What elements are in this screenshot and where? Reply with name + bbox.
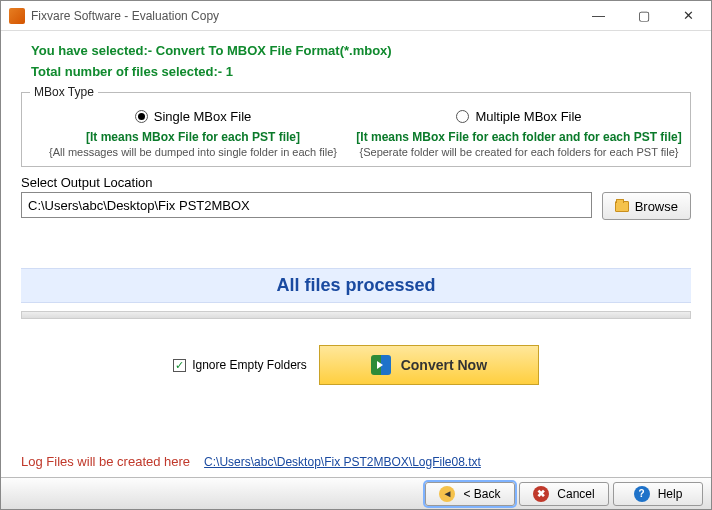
cancel-icon: ✖ <box>533 486 549 502</box>
app-icon <box>9 8 25 24</box>
checkbox-icon <box>173 359 186 372</box>
back-label: < Back <box>463 487 500 501</box>
radio-single-label: Single MBox File <box>154 109 252 124</box>
mbox-legend: MBox Type <box>30 85 98 99</box>
single-desc-bold: [It means MBox File for each PST file] <box>30 130 356 144</box>
convert-label: Convert Now <box>401 357 487 373</box>
browse-label: Browse <box>635 199 678 214</box>
radio-multiple-label: Multiple MBox File <box>475 109 581 124</box>
convert-now-button[interactable]: Convert Now <box>319 345 539 385</box>
footer-bar: ◄ < Back ✖ Cancel ? Help <box>1 477 711 509</box>
output-location-label: Select Output Location <box>21 175 691 190</box>
close-button[interactable]: ✕ <box>666 2 711 30</box>
log-file-link[interactable]: C:\Users\abc\Desktop\Fix PST2MBOX\LogFil… <box>204 455 481 469</box>
output-path-input[interactable] <box>21 192 592 218</box>
help-button[interactable]: ? Help <box>613 482 703 506</box>
convert-icon <box>371 355 391 375</box>
window-title: Fixvare Software - Evaluation Copy <box>31 9 576 23</box>
browse-button[interactable]: Browse <box>602 192 691 220</box>
radio-icon <box>135 110 148 123</box>
status-banner: All files processed <box>21 268 691 303</box>
ignore-empty-checkbox[interactable]: Ignore Empty Folders <box>173 358 307 372</box>
back-button[interactable]: ◄ < Back <box>425 482 515 506</box>
multiple-desc-note: {Seperate folder will be created for eac… <box>356 146 682 158</box>
radio-single-mbox[interactable]: Single MBox File <box>30 109 356 124</box>
multiple-desc-bold: [It means MBox File for each folder and … <box>356 130 682 144</box>
radio-icon <box>456 110 469 123</box>
back-icon: ◄ <box>439 486 455 502</box>
help-icon: ? <box>634 486 650 502</box>
single-desc-note: {All messages will be dumped into single… <box>30 146 356 158</box>
progress-bar <box>21 311 691 319</box>
file-count: Total number of files selected:- 1 <box>31 64 691 79</box>
maximize-button[interactable]: ▢ <box>621 2 666 30</box>
cancel-label: Cancel <box>557 487 594 501</box>
ignore-empty-label: Ignore Empty Folders <box>192 358 307 372</box>
selection-summary: You have selected:- Convert To MBOX File… <box>31 43 691 58</box>
minimize-button[interactable]: — <box>576 2 621 30</box>
folder-icon <box>615 201 629 212</box>
titlebar: Fixvare Software - Evaluation Copy — ▢ ✕ <box>1 1 711 31</box>
radio-multiple-mbox[interactable]: Multiple MBox File <box>356 109 682 124</box>
cancel-button[interactable]: ✖ Cancel <box>519 482 609 506</box>
log-label: Log Files will be created here <box>21 454 190 469</box>
mbox-type-group: MBox Type Single MBox File [It means MBo… <box>21 85 691 167</box>
help-label: Help <box>658 487 683 501</box>
